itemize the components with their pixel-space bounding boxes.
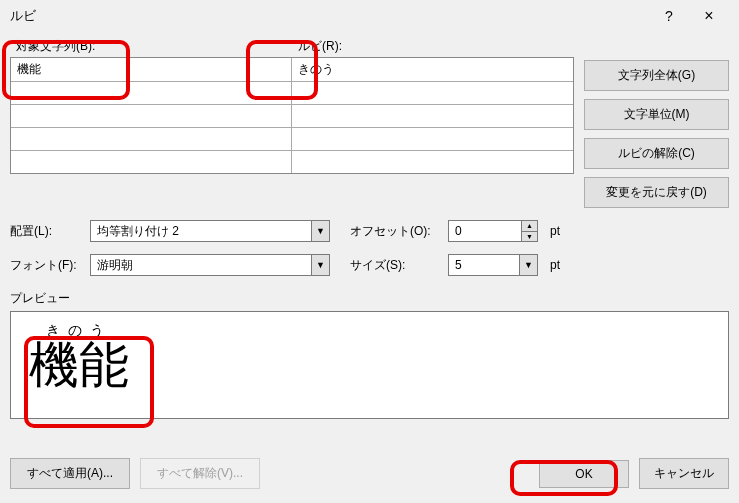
font-label: フォント(F): — [10, 257, 82, 274]
cell-ruby[interactable] — [292, 82, 573, 104]
dialog-content: 対象文字列(B): ルビ(R): 機能 きのう — [0, 32, 739, 429]
char-unit-button[interactable]: 文字単位(M) — [584, 99, 729, 130]
table-area: 対象文字列(B): ルビ(R): 機能 きのう — [10, 36, 729, 208]
alignment-row: 配置(L): 均等割り付け 2 ▼ オフセット(O): 0 ▲ ▼ pt — [10, 220, 729, 242]
cell-base[interactable]: 機能 — [11, 58, 292, 81]
size-label: サイズ(S): — [350, 257, 440, 274]
cell-base[interactable] — [11, 105, 292, 127]
spinner-up-icon[interactable]: ▲ — [522, 221, 537, 232]
cancel-button[interactable]: キャンセル — [639, 458, 729, 489]
font-value: 游明朝 — [91, 257, 311, 274]
chevron-down-icon[interactable]: ▼ — [311, 221, 329, 241]
remove-ruby-button[interactable]: ルビの解除(C) — [584, 138, 729, 169]
font-row: フォント(F): 游明朝 ▼ サイズ(S): 5 ▼ pt — [10, 254, 729, 276]
table-row — [11, 127, 573, 150]
size-combo[interactable]: 5 ▼ — [448, 254, 538, 276]
table-row — [11, 104, 573, 127]
remove-all-button: すべて解除(V)... — [140, 458, 260, 489]
side-buttons: 文字列全体(G) 文字単位(M) ルビの解除(C) 変更を元に戻す(D) — [584, 36, 729, 208]
dialog-title: ルビ — [10, 7, 649, 25]
cell-base[interactable] — [11, 82, 292, 104]
cell-ruby[interactable] — [292, 128, 573, 150]
font-combo[interactable]: 游明朝 ▼ — [90, 254, 330, 276]
size-unit: pt — [550, 258, 560, 272]
offset-label: オフセット(O): — [350, 223, 440, 240]
cell-base[interactable] — [11, 151, 292, 173]
header-base: 対象文字列(B): — [10, 36, 292, 57]
help-icon[interactable]: ? — [649, 8, 689, 24]
grid-header: 対象文字列(B): ルビ(R): — [10, 36, 574, 57]
spinner-down-icon[interactable]: ▼ — [522, 232, 537, 242]
ruby-preview: きのう 機能 — [29, 322, 129, 390]
ok-button[interactable]: OK — [539, 460, 629, 488]
preview-base-text: 機能 — [29, 340, 129, 390]
grid: 機能 きのう — [10, 57, 574, 174]
table-row — [11, 81, 573, 104]
offset-unit: pt — [550, 224, 560, 238]
reset-changes-button[interactable]: 変更を元に戻す(D) — [584, 177, 729, 208]
preview-label: プレビュー — [10, 290, 729, 307]
close-icon[interactable]: × — [689, 7, 729, 25]
chevron-down-icon[interactable]: ▼ — [311, 255, 329, 275]
footer: すべて適用(A)... すべて解除(V)... OK キャンセル — [10, 458, 729, 489]
size-value[interactable]: 5 — [449, 258, 519, 272]
table-row — [11, 150, 573, 173]
chevron-down-icon[interactable]: ▼ — [519, 255, 537, 275]
group-text-button[interactable]: 文字列全体(G) — [584, 60, 729, 91]
grid-wrapper: 対象文字列(B): ルビ(R): 機能 きのう — [10, 36, 574, 174]
alignment-value: 均等割り付け 2 — [91, 223, 311, 240]
cell-ruby[interactable]: きのう — [292, 58, 573, 81]
alignment-label: 配置(L): — [10, 223, 82, 240]
offset-spinner[interactable]: 0 ▲ ▼ — [448, 220, 538, 242]
titlebar: ルビ ? × — [0, 0, 739, 32]
preview-box: きのう 機能 — [10, 311, 729, 419]
alignment-combo[interactable]: 均等割り付け 2 ▼ — [90, 220, 330, 242]
header-ruby: ルビ(R): — [292, 36, 574, 57]
cell-ruby[interactable] — [292, 151, 573, 173]
table-row: 機能 きのう — [11, 58, 573, 81]
offset-value[interactable]: 0 — [449, 221, 521, 241]
apply-all-button[interactable]: すべて適用(A)... — [10, 458, 130, 489]
cell-base[interactable] — [11, 128, 292, 150]
cell-ruby[interactable] — [292, 105, 573, 127]
